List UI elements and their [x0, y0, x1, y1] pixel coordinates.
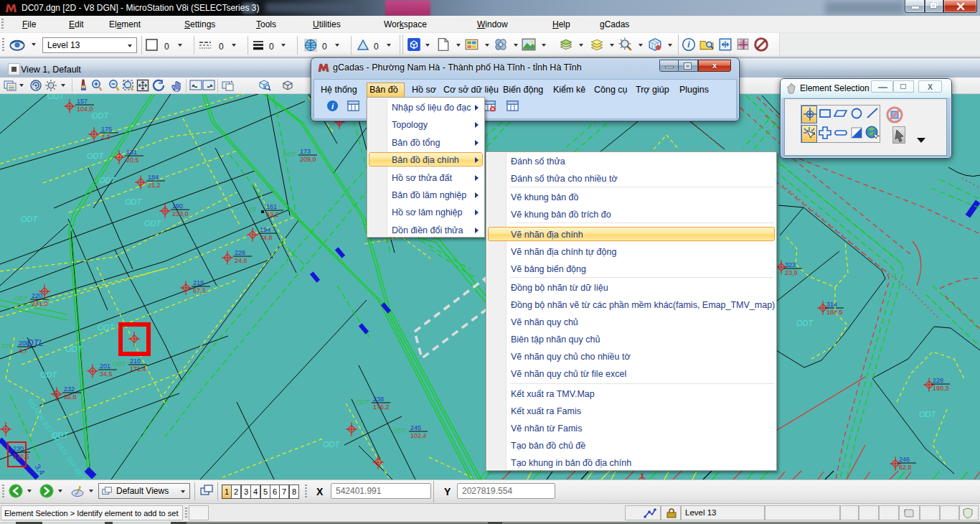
svg-text:ODT: ODT — [356, 398, 369, 406]
svg-text:230: 230 — [13, 445, 24, 452]
svg-text:228: 228 — [933, 377, 943, 384]
svg-text:2,3: 2,3 — [101, 134, 110, 141]
svg-text:231,0: 231,0 — [32, 300, 48, 307]
svg-text:184: 184 — [148, 174, 159, 181]
svg-text:20,5: 20,5 — [126, 156, 139, 164]
svg-text:i: i — [687, 39, 690, 50]
svg-text:67,3: 67,3 — [193, 287, 206, 294]
svg-text:246: 246 — [899, 456, 910, 463]
svg-text:226: 226 — [235, 249, 245, 256]
svg-text:74,8: 74,8 — [260, 234, 273, 241]
svg-text:4,7: 4,7 — [19, 347, 28, 355]
svg-text:DTL: DTL — [1, 342, 13, 350]
svg-text:ODT: ODT — [21, 215, 39, 223]
svg-text:ODT: ODT — [98, 323, 116, 332]
svg-text:314: 314 — [826, 301, 837, 308]
svg-text:ODT: ODT — [47, 94, 65, 100]
svg-text:ODT: ODT — [323, 440, 341, 449]
svg-text:104,0: 104,0 — [77, 106, 93, 113]
svg-text:232: 232 — [64, 385, 75, 393]
svg-text:201: 201 — [100, 362, 110, 370]
svg-text:220: 220 — [32, 292, 42, 299]
svg-text:05: 05 — [249, 206, 256, 213]
svg-text:DTL: DTL — [27, 338, 44, 348]
svg-text:ODT: ODT — [87, 151, 105, 160]
svg-text:194: 194 — [260, 226, 270, 233]
svg-text:176,2: 176,2 — [373, 403, 390, 411]
svg-text:175: 175 — [101, 126, 112, 133]
svg-text:34,5: 34,5 — [100, 370, 113, 378]
svg-text:ODT: ODT — [393, 427, 407, 434]
svg-text:102,4: 102,4 — [410, 432, 427, 439]
svg-text:ODT: ODT — [144, 219, 162, 228]
svg-text:323: 323 — [785, 261, 796, 268]
svg-text:238: 238 — [373, 396, 384, 403]
svg-text:171,4: 171,4 — [130, 365, 146, 373]
svg-text:184,5: 184,5 — [826, 309, 843, 316]
svg-text:161: 161 — [266, 203, 277, 210]
svg-text:ODT: ODT — [796, 319, 814, 327]
svg-text:ODT: ODT — [919, 410, 937, 418]
svg-text:132,6: 132,6 — [13, 453, 29, 460]
svg-text:ODT: ODT — [40, 370, 58, 379]
svg-text:173: 173 — [300, 148, 311, 155]
svg-text:ODT: ODT — [99, 176, 117, 184]
svg-text:181: 181 — [126, 149, 137, 156]
svg-text:157: 157 — [77, 98, 88, 105]
svg-text:ODT: ODT — [92, 111, 110, 120]
svg-text:23,9: 23,9 — [785, 269, 798, 276]
svg-text:ODT: ODT — [14, 295, 28, 302]
svg-text:ODT: ODT — [283, 151, 296, 158]
svg-text:ODT: ODT — [125, 197, 143, 206]
svg-text:233,0: 233,0 — [172, 210, 189, 217]
svg-text:62,8: 62,8 — [899, 464, 912, 471]
svg-text:24,6: 24,6 — [235, 257, 248, 264]
svg-text:209,0: 209,0 — [300, 156, 316, 163]
svg-text:219: 219 — [193, 279, 204, 286]
svg-text:39,2: 39,2 — [266, 211, 279, 218]
svg-text:ODT: ODT — [113, 360, 126, 368]
svg-text:ODT: ODT — [65, 345, 83, 353]
svg-text:21,2: 21,2 — [148, 182, 161, 189]
svg-text:245: 245 — [410, 424, 421, 431]
svg-text:190,3: 190,3 — [933, 385, 949, 392]
svg-text:65,8: 65,8 — [64, 393, 77, 401]
svg-text:210: 210 — [130, 357, 141, 365]
svg-text:190: 190 — [172, 202, 183, 210]
